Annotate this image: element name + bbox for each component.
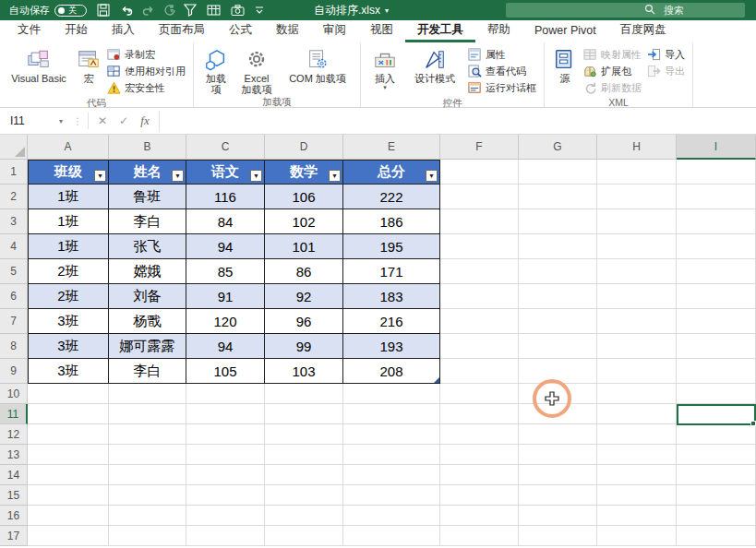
cell-F9[interactable] [440, 359, 519, 384]
macro-security-button[interactable]: 宏安全性 [107, 80, 186, 95]
row-header-11[interactable]: 11 [0, 404, 28, 424]
row-header-15[interactable]: 15 [0, 485, 28, 506]
cell-D10[interactable] [265, 384, 343, 404]
column-header-G[interactable]: G [519, 135, 597, 160]
cell-F5[interactable] [440, 259, 519, 284]
table-icon[interactable] [207, 4, 221, 17]
cell-C7[interactable]: 120 [186, 309, 265, 334]
cell-G12[interactable] [519, 424, 597, 445]
filter-icon[interactable] [184, 4, 197, 17]
cell-E2[interactable]: 222 [343, 185, 440, 209]
cell-G6[interactable] [519, 284, 597, 309]
cell-F15[interactable] [440, 485, 519, 506]
camera-icon[interactable] [231, 4, 245, 17]
cell-H9[interactable] [597, 359, 677, 384]
cell-B6[interactable]: 刘备 [109, 284, 186, 309]
cell-D15[interactable] [265, 485, 343, 506]
cell-F3[interactable] [440, 209, 519, 234]
cell-B15[interactable] [109, 485, 186, 506]
cell-A15[interactable] [28, 485, 109, 506]
cell-B4[interactable]: 张飞 [109, 234, 186, 259]
cell-A12[interactable] [28, 424, 109, 445]
cell-H8[interactable] [597, 334, 677, 359]
column-header-C[interactable]: C [186, 135, 265, 160]
cell-E13[interactable] [343, 445, 440, 465]
cell-D11[interactable] [265, 404, 343, 424]
cell-B11[interactable] [109, 404, 186, 424]
cell-C3[interactable]: 84 [186, 209, 265, 234]
cell-I5[interactable] [677, 259, 756, 284]
cell-E3[interactable]: 186 [343, 209, 440, 234]
cell-H4[interactable] [597, 234, 677, 259]
tab-file[interactable]: 文件 [6, 20, 53, 42]
column-header-B[interactable]: B [109, 135, 186, 160]
cell-G2[interactable] [519, 185, 597, 209]
row-header-4[interactable]: 4 [0, 234, 28, 259]
excel-add-ins-button[interactable]: Excel 加载项 [234, 45, 280, 96]
cell-I15[interactable] [677, 485, 756, 506]
cell-E8[interactable]: 193 [343, 334, 440, 359]
cell-G5[interactable] [519, 259, 597, 284]
tab-power-pivot[interactable]: Power Pivot [522, 20, 608, 42]
cell-I16[interactable] [677, 506, 756, 526]
column-header-A[interactable]: A [28, 135, 109, 160]
cell-E9[interactable]: 208 [343, 359, 440, 384]
cell-C12[interactable] [186, 424, 265, 445]
cell-H11[interactable] [597, 404, 677, 424]
cell-E6[interactable]: 183 [343, 284, 440, 309]
fill-handle[interactable] [750, 421, 756, 426]
search-box[interactable]: 搜索 [506, 3, 745, 18]
customize-qat-icon[interactable] [255, 5, 264, 16]
cell-H12[interactable] [597, 424, 677, 445]
cell-C5[interactable]: 85 [186, 259, 265, 284]
visual-basic-button[interactable]: Visual Basic [5, 45, 73, 97]
cell-H6[interactable] [597, 284, 677, 309]
use-relative-references-button[interactable]: 使用相对引用 [107, 64, 186, 78]
cell-B17[interactable] [109, 526, 186, 546]
cell-D7[interactable]: 96 [265, 309, 343, 334]
cell-E14[interactable] [343, 465, 440, 485]
insert-control-button[interactable]: 插入▾ [366, 45, 404, 97]
macros-button[interactable]: 宏 [73, 45, 104, 97]
name-box[interactable]: I11 ▾ [2, 111, 68, 132]
row-header-16[interactable]: 16 [0, 506, 28, 526]
row-header-10[interactable]: 10 [0, 384, 28, 404]
row-header-3[interactable]: 3 [0, 209, 28, 234]
tab-insert[interactable]: 插入 [100, 20, 147, 42]
cell-E15[interactable] [343, 485, 440, 506]
cell-E10[interactable] [343, 384, 440, 404]
cell-B3[interactable]: 李白 [109, 209, 186, 234]
cell-B16[interactable] [109, 506, 186, 526]
cell-F1[interactable] [440, 160, 519, 185]
insert-function-button[interactable]: fx [135, 111, 155, 131]
row-header-5[interactable]: 5 [0, 259, 28, 284]
cell-B5[interactable]: 嫦娥 [109, 259, 186, 284]
cell-F17[interactable] [440, 526, 519, 546]
cell-I7[interactable] [677, 309, 756, 334]
cell-D5[interactable]: 86 [265, 259, 343, 284]
cell-A3[interactable]: 1班 [28, 209, 109, 234]
select-all-corner[interactable] [0, 135, 28, 160]
com-add-ins-button[interactable]: COM 加载项 [280, 45, 355, 96]
cell-G13[interactable] [519, 445, 597, 465]
control-properties-button[interactable]: 属性 [468, 47, 536, 62]
cell-H7[interactable] [597, 309, 677, 334]
record-macro-button[interactable]: 录制宏 [107, 47, 186, 62]
cell-C14[interactable] [186, 465, 265, 485]
cell-C17[interactable] [186, 526, 265, 546]
cell-E11[interactable] [343, 404, 440, 424]
tab-data[interactable]: 数据 [264, 20, 311, 42]
cell-C4[interactable]: 94 [186, 234, 265, 259]
filter-dropdown-icon[interactable]: ▼ [94, 170, 106, 182]
cell-H2[interactable] [597, 185, 677, 209]
cell-G3[interactable] [519, 209, 597, 234]
cell-A5[interactable]: 2班 [28, 259, 109, 284]
row-header-13[interactable]: 13 [0, 445, 28, 465]
cell-F6[interactable] [440, 284, 519, 309]
title-caret-icon[interactable]: ▾ [385, 6, 389, 15]
cell-I9[interactable] [677, 359, 756, 384]
cell-D2[interactable]: 106 [265, 185, 343, 209]
cell-H14[interactable] [597, 465, 677, 485]
cell-A17[interactable] [28, 526, 109, 546]
cell-E7[interactable]: 216 [343, 309, 440, 334]
